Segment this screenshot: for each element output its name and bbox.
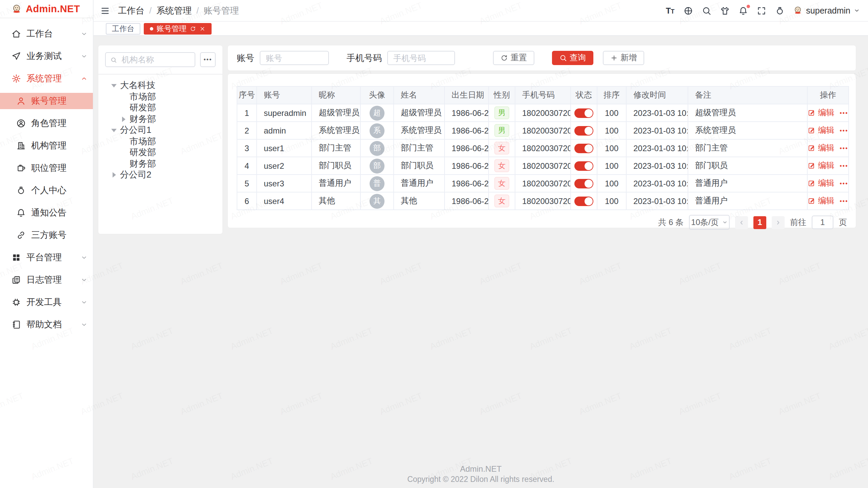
tab-1-active[interactable]: 账号管理 bbox=[144, 23, 212, 34]
edit-button[interactable]: 编辑 bbox=[808, 160, 834, 171]
edit-button[interactable]: 编辑 bbox=[808, 178, 834, 189]
tab-refresh-icon[interactable] bbox=[190, 25, 196, 32]
status-toggle[interactable] bbox=[574, 108, 593, 118]
filter-bar: 账号 手机号码 重置 查询 新增 bbox=[228, 45, 856, 70]
edit-button[interactable]: 编辑 bbox=[808, 125, 834, 136]
notification-icon[interactable] bbox=[738, 6, 748, 15]
row-avatar: 系 bbox=[370, 123, 384, 138]
chevron-left-icon bbox=[738, 219, 745, 225]
tree-node-4[interactable]: 分公司1 bbox=[105, 125, 216, 136]
chevdown-icon bbox=[81, 299, 87, 306]
sidebar-item-label: 日志管理 bbox=[26, 274, 62, 286]
user-menu[interactable]: superadmin bbox=[792, 5, 860, 16]
tree-node-0[interactable]: 大名科技 bbox=[105, 80, 216, 91]
tree-caret-icon[interactable] bbox=[111, 84, 117, 87]
tree-node-label: 市场部 bbox=[130, 91, 156, 103]
tree-node-6[interactable]: 研发部 bbox=[105, 147, 216, 158]
tree-node-3[interactable]: 财务部 bbox=[105, 114, 216, 125]
cell-gender: 女 bbox=[489, 192, 515, 210]
tab-dot bbox=[150, 27, 153, 30]
account-filter-input[interactable] bbox=[260, 51, 329, 65]
next-page-button[interactable] bbox=[772, 216, 785, 229]
cell-modified: 2023-01-03 10:59:44 bbox=[626, 192, 688, 210]
tab-0[interactable]: 工作台 bbox=[106, 23, 140, 34]
tree-caret-icon[interactable] bbox=[111, 172, 117, 178]
breadcrumb-item-workbench[interactable]: 工作台 bbox=[118, 4, 144, 17]
sidebar-item-2[interactable]: 系统管理 bbox=[0, 70, 93, 87]
edit-button[interactable]: 编辑 bbox=[808, 142, 834, 154]
sidebar-subitem-2-3[interactable]: 职位管理 bbox=[0, 160, 93, 176]
reset-button[interactable]: 重置 bbox=[493, 51, 534, 65]
row-more-button[interactable]: ••• bbox=[840, 127, 848, 134]
app-logo[interactable]: Admin.NET bbox=[0, 0, 93, 18]
prev-page-button[interactable] bbox=[735, 216, 748, 229]
status-toggle[interactable] bbox=[574, 179, 593, 188]
column-header: 头像 bbox=[360, 86, 394, 104]
add-button[interactable]: 新增 bbox=[603, 51, 644, 65]
theme-icon[interactable] bbox=[720, 6, 729, 15]
sidebar-subitem-2-0[interactable]: 账号管理 bbox=[0, 93, 93, 109]
org-search-box[interactable] bbox=[105, 52, 195, 67]
status-toggle[interactable] bbox=[574, 144, 593, 153]
profile-icon[interactable] bbox=[775, 6, 784, 15]
row-more-button[interactable]: ••• bbox=[840, 198, 848, 204]
tab-label: 账号管理 bbox=[157, 23, 186, 34]
sidebar-item-1[interactable]: 业务测试 bbox=[0, 48, 93, 64]
chevron-down-icon bbox=[722, 220, 728, 225]
org-more-button[interactable]: ••• bbox=[200, 52, 216, 67]
sidebar-subitem-2-6[interactable]: 三方账号 bbox=[0, 227, 93, 243]
status-toggle[interactable] bbox=[574, 197, 593, 206]
cell-avatar: 部 bbox=[360, 139, 394, 157]
row-avatar: 部 bbox=[370, 158, 384, 173]
phone-filter-input[interactable] bbox=[387, 51, 455, 65]
tree-node-5[interactable]: 市场部 bbox=[105, 136, 216, 147]
goto-page-input[interactable] bbox=[812, 216, 833, 229]
page-size-select[interactable]: 10条/页 bbox=[689, 215, 730, 230]
status-toggle[interactable] bbox=[574, 161, 593, 171]
org-tree-panel: ••• 大名科技市场部研发部财务部分公司1市场部研发部财务部分公司2 bbox=[98, 45, 222, 234]
row-more-button[interactable]: ••• bbox=[840, 109, 848, 116]
search-icon[interactable] bbox=[702, 6, 711, 15]
tree-caret-icon[interactable] bbox=[111, 129, 117, 132]
breadcrumb-item-system[interactable]: 系统管理 bbox=[156, 4, 192, 17]
sidebar-item-label: 工作台 bbox=[26, 28, 53, 40]
sidebar-item-5[interactable]: 开发工具 bbox=[0, 294, 93, 310]
org-tree: 大名科技市场部研发部财务部分公司1市场部研发部财务部分公司2 bbox=[105, 80, 216, 181]
sidebar-subitem-2-1[interactable]: 角色管理 bbox=[0, 115, 93, 131]
column-header: 修改时间 bbox=[626, 86, 688, 104]
sidebar-item-0[interactable]: 工作台 bbox=[0, 26, 93, 42]
edit-button[interactable]: 编辑 bbox=[808, 195, 834, 207]
language-icon[interactable] bbox=[683, 6, 693, 15]
sidebar-subitem-2-4[interactable]: 个人中心 bbox=[0, 182, 93, 199]
tree-node-label: 分公司1 bbox=[120, 124, 151, 137]
tree-node-2[interactable]: 研发部 bbox=[105, 102, 216, 114]
sidebar-subitem-label: 职位管理 bbox=[31, 162, 66, 174]
tree-node-8[interactable]: 分公司2 bbox=[105, 169, 216, 181]
edit-button[interactable]: 编辑 bbox=[808, 107, 834, 119]
home-icon bbox=[12, 29, 21, 39]
cell-status bbox=[571, 157, 597, 175]
fullscreen-icon[interactable] bbox=[756, 6, 766, 15]
tree-caret-icon[interactable] bbox=[120, 117, 127, 122]
sidebar-item-3[interactable]: 平台管理 bbox=[0, 249, 93, 266]
org-search-input[interactable] bbox=[120, 54, 190, 65]
row-more-button[interactable]: ••• bbox=[840, 180, 848, 187]
sidebar-subitem-2-5[interactable]: 通知公告 bbox=[0, 205, 93, 221]
menu-collapse-icon[interactable] bbox=[100, 6, 110, 15]
font-size-icon[interactable]: TT bbox=[666, 6, 675, 15]
sidebar-subitem-2-2[interactable]: 机构管理 bbox=[0, 138, 93, 154]
row-more-button[interactable]: ••• bbox=[840, 145, 848, 151]
column-header: 账号 bbox=[257, 86, 312, 104]
tree-node-1[interactable]: 市场部 bbox=[105, 91, 216, 102]
cell-modified: 2023-01-03 10:59:44 bbox=[626, 122, 688, 139]
tree-node-7[interactable]: 财务部 bbox=[105, 158, 216, 169]
tab-close-icon[interactable] bbox=[199, 25, 205, 32]
status-toggle[interactable] bbox=[574, 126, 593, 136]
row-more-button[interactable]: ••• bbox=[840, 162, 848, 169]
chevdown-icon bbox=[81, 277, 87, 283]
cell-name: 超级管理员 bbox=[394, 104, 445, 122]
sidebar-item-4[interactable]: 日志管理 bbox=[0, 272, 93, 288]
sidebar-item-6[interactable]: 帮助文档 bbox=[0, 317, 93, 333]
current-page-button[interactable]: 1 bbox=[753, 216, 766, 229]
query-button[interactable]: 查询 bbox=[552, 51, 593, 65]
